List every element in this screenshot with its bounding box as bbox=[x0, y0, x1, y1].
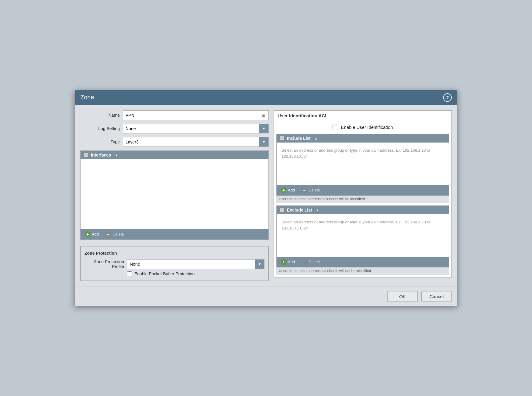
exclude-list-arrow-icon: ▲ bbox=[316, 208, 319, 212]
user-identification-acl-box: User Identification ACL Enable User Iden… bbox=[274, 110, 452, 277]
include-add-label: Add bbox=[288, 188, 295, 192]
interfaces-label: Interfaces bbox=[91, 153, 111, 157]
exclude-list-header: Exclude List ▲ bbox=[277, 206, 449, 214]
dialog-footer: OK Cancel bbox=[75, 287, 457, 306]
zone-dialog: Zone ? Name ⊞ Log Setting None bbox=[74, 90, 458, 306]
interfaces-delete-button[interactable]: − Delete bbox=[104, 231, 125, 238]
name-label: Name bbox=[80, 113, 120, 118]
packet-buffer-row: Enable Packet Buffer Protection bbox=[127, 271, 264, 276]
name-row: Name ⊞ bbox=[80, 110, 269, 120]
type-select-wrapper: Layer3 ▼ bbox=[123, 137, 269, 147]
help-icon[interactable]: ? bbox=[443, 93, 452, 102]
exclude-add-button[interactable]: + Add bbox=[280, 259, 296, 265]
zone-protection-section: Zone Protection Zone Protection Profile … bbox=[80, 246, 269, 281]
zone-protection-profile-row: Zone Protection Profile None ▼ bbox=[85, 259, 264, 269]
include-delete-icon: − bbox=[302, 188, 307, 193]
exclude-delete-icon: − bbox=[302, 259, 307, 265]
dialog-title: Zone bbox=[80, 94, 94, 101]
exclude-list-section: Exclude List ▲ Select an address or addr… bbox=[276, 205, 449, 267]
zone-protection-title: Zone Protection bbox=[85, 251, 264, 256]
interfaces-toolbar: + Add − Delete bbox=[81, 229, 268, 239]
include-delete-button[interactable]: − Delete bbox=[300, 187, 321, 194]
exclude-list-label: Exclude List bbox=[287, 208, 312, 212]
name-input-wrapper: ⊞ bbox=[123, 110, 269, 120]
cancel-button[interactable]: Cancel bbox=[421, 291, 452, 302]
dialog-body: Name ⊞ Log Setting None ▼ Type bbox=[75, 105, 457, 287]
name-input[interactable] bbox=[126, 113, 261, 118]
exclude-add-label: Add bbox=[288, 260, 295, 264]
interfaces-add-button[interactable]: + Add bbox=[84, 231, 100, 238]
type-label: Type bbox=[80, 139, 120, 144]
exclude-delete-button[interactable]: − Delete bbox=[300, 259, 321, 265]
add-icon: + bbox=[85, 232, 90, 237]
exclude-list-toolbar: + Add − Delete bbox=[277, 257, 449, 267]
name-book-icon[interactable]: ⊞ bbox=[261, 112, 266, 118]
zone-protection-select[interactable]: None bbox=[127, 260, 264, 269]
include-list-label: Include List bbox=[287, 136, 311, 141]
zone-protection-profile-label: Zone Protection Profile bbox=[85, 259, 124, 269]
type-select[interactable]: Layer3 bbox=[123, 137, 268, 146]
packet-buffer-label: Enable Packet Buffer Protection bbox=[134, 271, 195, 276]
interfaces-list-area bbox=[81, 159, 268, 229]
exclude-list-note: Users from these addresses/subnets will … bbox=[276, 267, 449, 275]
enable-user-id-checkbox[interactable] bbox=[333, 125, 338, 130]
include-list-toolbar: + Add − Delete bbox=[277, 185, 449, 195]
include-list-checkbox[interactable] bbox=[280, 136, 285, 141]
user-identification-acl-title: User Identification ACL bbox=[274, 111, 451, 121]
enable-user-id-label: Enable User Identification bbox=[341, 125, 393, 130]
exclude-add-icon: + bbox=[281, 259, 286, 265]
include-list-section: Include List ▲ Select an address or addr… bbox=[276, 134, 449, 196]
include-list-placeholder: Select an address or address group or ty… bbox=[277, 143, 449, 185]
include-list-note: Users from these addresses/subnets will … bbox=[276, 196, 449, 203]
enable-user-id-row: Enable User Identification bbox=[274, 121, 451, 134]
interfaces-add-label: Add bbox=[92, 232, 99, 236]
type-row: Type Layer3 ▼ bbox=[80, 137, 269, 147]
interfaces-delete-label: Delete bbox=[112, 232, 124, 236]
exclude-list-checkbox[interactable] bbox=[280, 208, 285, 212]
include-delete-label: Delete bbox=[309, 188, 320, 192]
log-setting-label: Log Setting bbox=[80, 126, 120, 131]
include-list-arrow-icon: ▲ bbox=[314, 136, 318, 140]
interfaces-checkbox[interactable] bbox=[84, 153, 88, 157]
right-panel: User Identification ACL Enable User Iden… bbox=[274, 110, 452, 281]
include-list-header: Include List ▲ bbox=[277, 134, 449, 143]
include-add-icon: + bbox=[281, 188, 286, 193]
delete-icon: − bbox=[105, 232, 111, 237]
interfaces-arrow-icon: ▲ bbox=[115, 153, 118, 157]
dialog-titlebar: Zone ? bbox=[75, 90, 457, 105]
ok-button[interactable]: OK bbox=[387, 291, 418, 302]
log-setting-select-wrapper: None ▼ bbox=[123, 124, 269, 133]
zone-protection-select-wrapper: None ▼ bbox=[127, 259, 264, 269]
packet-buffer-checkbox[interactable] bbox=[127, 271, 132, 276]
exclude-list-placeholder: Select an address or address group or ty… bbox=[277, 214, 449, 257]
exclude-delete-label: Delete bbox=[309, 260, 320, 264]
left-panel: Name ⊞ Log Setting None ▼ Type bbox=[80, 110, 269, 281]
log-setting-select[interactable]: None bbox=[123, 124, 268, 133]
interfaces-header: Interfaces ▲ bbox=[81, 151, 268, 159]
log-setting-row: Log Setting None ▼ bbox=[80, 124, 269, 133]
interfaces-section: Interfaces ▲ + Add − Delete bbox=[80, 150, 269, 240]
include-add-button[interactable]: + Add bbox=[280, 187, 296, 194]
